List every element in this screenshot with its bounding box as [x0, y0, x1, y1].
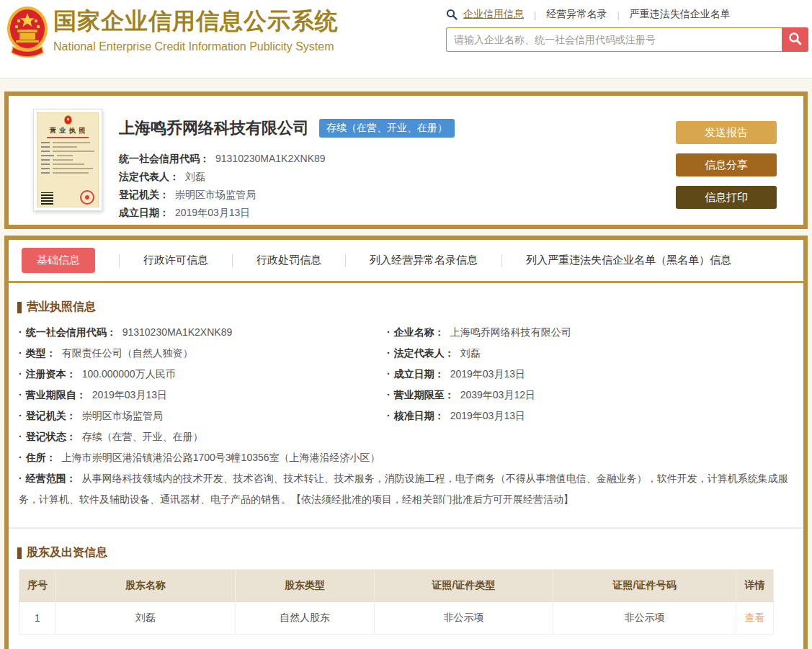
company-field-credit-code: 统一社会信用代码：91310230MA1K2XNK89 [119, 150, 455, 168]
nav-link-enterprise-credit[interactable]: 企业信用信息 [463, 8, 524, 21]
info-value: 崇明区市场监管局 [82, 406, 163, 426]
field-label: 成立日期： [119, 207, 169, 218]
bullet: · [387, 385, 391, 406]
company-status-badge: 存续（在营、开业、在册） [319, 119, 455, 138]
info-value: 2019年03月13日 [92, 385, 167, 406]
tab-separator [501, 254, 502, 267]
info-row-address: ·住所：上海市崇明区港沿镇港沿公路1700号3幢10356室（上海港沿经济小区） [19, 447, 793, 468]
bullet: · [19, 385, 22, 406]
tab-serious-violations-blacklist[interactable]: 列入严重违法失信企业名单（黑名单）信息 [526, 254, 731, 267]
company-summary-card: 营 业 执 照 上海鸣乔网络科技有限公司 存续（在营、开业、在册） [4, 91, 808, 229]
nav-link-abnormal-operations[interactable]: 经营异常名录 [546, 8, 607, 21]
info-row: ·统一社会信用代码：91310230MA1K2XNK89 ·企业名称：上海鸣乔网… [19, 322, 793, 343]
business-license-image: 营 业 执 照 [33, 109, 102, 211]
field-value: 刘磊 [185, 171, 205, 182]
bullet: · [19, 364, 22, 385]
page-header: 国家企业信用信息公示系统 National Enterprise Credit … [0, 0, 812, 79]
section-divider [9, 527, 803, 529]
send-report-button[interactable]: 发送报告 [676, 121, 777, 144]
info-value: 2039年03月12日 [460, 385, 535, 406]
info-value: 刘磊 [460, 343, 481, 364]
info-row: ·注册资本：100.000000万人民币 ·成立日期：2019年03月13日 [19, 364, 793, 385]
site-title-english: National Enterprise Credit Information P… [53, 40, 339, 53]
info-value: 2019年03月13日 [450, 364, 525, 385]
col-header-cert-number: 证照/证件号码 [553, 570, 736, 602]
info-row: ·登记机关：崇明区市场监管局 ·核准日期：2019年03月13日 [19, 406, 793, 426]
bullet: · [19, 322, 22, 343]
search-icon [446, 9, 458, 20]
cell-shareholder-type: 自然人股东 [236, 602, 375, 635]
company-detail-card: 基础信息 行政许可信息 行政处罚信息 列入经营异常名录信息 列入严重违法失信企业… [4, 236, 808, 649]
info-label: 营业期限自： [26, 385, 86, 406]
info-row: ·登记状态：存续（在营、开业、在册） [19, 426, 793, 447]
col-header-shareholder-name: 股东名称 [56, 570, 236, 602]
info-value: 有限责任公司（自然人独资） [62, 343, 193, 364]
field-value: 91310230MA1K2XNK89 [215, 153, 326, 164]
bullet: · [387, 343, 391, 364]
cell-cert-type: 非公示项 [375, 602, 553, 635]
shareholder-table: 序号 股东名称 股东类型 证照/证件类型 证照/证件号码 详情 1 刘磊 自然人… [19, 569, 774, 635]
info-label: 注册资本： [26, 364, 76, 385]
info-label: 核准日期： [394, 406, 445, 426]
info-label: 登记状态： [26, 426, 76, 447]
info-value: 从事网络科技领域内的技术开发、技术咨询、技术转让、技术服务，消防设施工程，电子商… [19, 473, 788, 505]
nav-link-serious-violations[interactable]: 严重违法失信企业名单 [630, 8, 731, 21]
info-label: 法定代表人： [394, 343, 455, 364]
info-value: 上海市崇明区港沿镇港沿公路1700号3幢10356室（上海港沿经济小区） [62, 452, 380, 463]
cell-shareholder-name: 刘磊 [56, 602, 236, 635]
section-title-text: 营业执照信息 [27, 300, 96, 315]
tab-administrative-penalty[interactable]: 行政处罚信息 [256, 254, 321, 267]
license-qr-code [41, 192, 53, 205]
search-input[interactable] [446, 27, 782, 52]
info-row-business-scope: ·经营范围：从事网络科技领域内的技术开发、技术咨询、技术转让、技术服务，消防设施… [19, 468, 793, 510]
info-row: ·营业期限自：2019年03月13日 ·营业期限至：2039年03月12日 [19, 385, 793, 406]
license-title: 营 业 执 照 [50, 126, 86, 135]
field-label: 统一社会信用代码： [119, 153, 210, 164]
bullet: · [387, 322, 391, 343]
info-value: 上海鸣乔网络科技有限公司 [450, 322, 571, 343]
bullet: · [19, 426, 22, 447]
tab-separator [232, 254, 233, 267]
cell-no: 1 [19, 602, 56, 635]
bullet: · [19, 406, 22, 426]
nav-separator: | [617, 9, 619, 20]
bullet: · [387, 406, 391, 426]
info-label: 成立日期： [394, 364, 445, 385]
info-value: 存续（在营、开业、在册） [82, 426, 203, 447]
info-label: 统一社会信用代码： [26, 322, 117, 343]
section-title-text: 股东及出资信息 [27, 545, 107, 560]
col-header-detail: 详情 [736, 570, 774, 602]
table-header-row: 序号 股东名称 股东类型 证照/证件类型 证照/证件号码 详情 [19, 570, 774, 602]
license-red-seal [80, 190, 94, 205]
field-value: 崇明区市场监管局 [175, 189, 256, 200]
company-field-establish-date: 成立日期：2019年03月13日 [119, 204, 455, 222]
info-row: ·类型：有限责任公司（自然人独资） ·法定代表人：刘磊 [19, 343, 793, 364]
license-emblem-icon [64, 115, 72, 125]
license-info-grid: ·统一社会信用代码：91310230MA1K2XNK89 ·企业名称：上海鸣乔网… [9, 322, 803, 510]
table-row: 1 刘磊 自然人股东 非公示项 非公示项 查看 [19, 602, 774, 635]
bullet: · [19, 473, 22, 484]
info-value: 100.000000万人民币 [82, 364, 176, 385]
cell-cert-number: 非公示项 [553, 602, 736, 635]
tab-separator [119, 254, 120, 267]
tab-basic-info[interactable]: 基础信息 [22, 248, 95, 273]
search-icon [788, 32, 802, 48]
tab-administrative-license[interactable]: 行政许可信息 [143, 254, 208, 267]
tab-abnormal-operations-list[interactable]: 列入经营异常名录信息 [370, 254, 478, 267]
field-value: 2019年03月13日 [175, 207, 250, 218]
company-name: 上海鸣乔网络科技有限公司 [119, 117, 309, 139]
print-info-button[interactable]: 信息打印 [676, 186, 777, 209]
search-type-nav: 企业信用信息 | 经营异常名录 | 严重违法失信企业名单 [446, 6, 808, 22]
share-info-button[interactable]: 信息分享 [676, 153, 777, 176]
detail-tabs: 基础信息 行政许可信息 行政处罚信息 列入经营异常名录信息 列入严重违法失信企业… [9, 240, 803, 283]
site-title-chinese: 国家企业信用信息公示系统 [53, 6, 339, 37]
search-button[interactable] [782, 27, 808, 52]
col-header-shareholder-type: 股东类型 [236, 570, 375, 602]
info-value: 91310230MA1K2XNK89 [122, 322, 233, 343]
col-header-no: 序号 [19, 570, 56, 602]
bullet: · [19, 452, 22, 463]
info-label: 住所： [26, 452, 56, 463]
bullet: · [387, 364, 391, 385]
view-detail-link[interactable]: 查看 [745, 612, 765, 623]
tab-separator [345, 254, 346, 267]
